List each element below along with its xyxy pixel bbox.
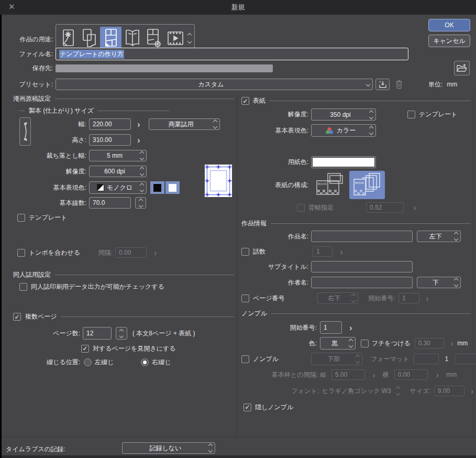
multiple-pages-section: 複数ページ (13, 312, 234, 321)
purpose-item-illustration[interactable] (57, 27, 79, 50)
width-label: 幅: (17, 120, 86, 129)
preset-dropdown[interactable]: カスタム (56, 79, 373, 90)
timelapse-dropdown[interactable]: 記録しない (122, 442, 215, 454)
author-pos-dropdown[interactable]: 下 (417, 277, 461, 288)
filename-input[interactable]: テンプレートの作り方 (56, 48, 408, 60)
facing-pages-checkbox[interactable] (81, 345, 89, 353)
cover-resolution-dropdown[interactable]: 350 dpi (311, 108, 376, 121)
cover-single-option[interactable]: BOOK (349, 171, 385, 199)
cover-color-dropdown[interactable]: カラー (311, 124, 376, 137)
page-number-checkbox[interactable] (241, 295, 249, 302)
bind-left-radio[interactable] (84, 358, 92, 366)
frame-gap-row: 基本枠との間隔: 縦 5.00 › 横 0.00 › mm (241, 369, 457, 380)
stepper-icon (140, 168, 143, 176)
purpose-item-comic-settings[interactable] (143, 27, 164, 50)
stepper-icon (396, 387, 400, 395)
work-info-title: 作品情報 (241, 219, 267, 228)
comic-settings-icon (146, 28, 162, 49)
stepper-icon (140, 184, 143, 192)
basic-color-row: 基本表現色: モノクロ (17, 181, 180, 194)
basic-lines-row: 基本線数: 70.0 (17, 197, 146, 209)
browse-folder-button[interactable] (454, 61, 470, 75)
cover-spread-option[interactable]: BOOK (313, 171, 345, 199)
nombre-color-row: 色: 黒 フチをつける 0.30 › mm (241, 337, 468, 350)
purpose-expand-stepper[interactable] (188, 34, 191, 43)
sub-color-swatch[interactable] (165, 181, 180, 194)
nombre-start-arrow[interactable]: › (349, 323, 352, 332)
height-detail-arrow[interactable]: › (137, 136, 140, 145)
height-input[interactable]: 310.00 (89, 134, 131, 146)
nombre-start-input[interactable]: 1 (320, 321, 342, 334)
purpose-item-comic[interactable] (100, 27, 121, 50)
bind-right-radio[interactable] (141, 358, 149, 366)
episode-input: 1 (313, 246, 333, 257)
spine-detail-arrow: › (413, 203, 416, 212)
subtitle-input[interactable] (311, 261, 413, 272)
tombo-checkbox[interactable] (17, 249, 25, 257)
basic-lines-stepper[interactable] (135, 197, 146, 209)
work-title-pos-dropdown[interactable]: 左下 (417, 231, 461, 242)
doujinshi-check-checkbox[interactable] (19, 283, 27, 291)
edge-arrow: › (450, 339, 453, 348)
purpose-label: 作品の用途: (7, 35, 53, 44)
nombre-checkbox[interactable] (241, 355, 249, 363)
episode-checkbox[interactable] (241, 248, 249, 256)
stepper-icon (352, 295, 355, 302)
purpose-item-animation[interactable] (164, 27, 186, 50)
book-single-icon: BOOK (351, 172, 383, 198)
cancel-button[interactable]: キャンセル (428, 35, 470, 47)
save-preset-button[interactable] (375, 79, 390, 90)
stepper-icon (370, 127, 373, 135)
cover-checkbox[interactable] (241, 97, 249, 105)
template-checkbox[interactable] (17, 214, 25, 222)
multiple-pages-checkbox[interactable] (13, 313, 21, 321)
author-label: 作者名: (241, 278, 308, 287)
ok-button[interactable]: OK (428, 19, 470, 31)
resolution-label: 解像度: (17, 167, 86, 176)
episode-row: 話数 1 › (241, 246, 343, 257)
chevron-up-icon (187, 33, 192, 37)
paper-color-swatch[interactable] (311, 156, 376, 168)
edge-checkbox[interactable] (361, 340, 369, 347)
nombre-start-label: 開始番号: (241, 323, 317, 332)
spine-width-row: 背幅指定 0.52 › (297, 202, 416, 213)
basic-color-dropdown[interactable]: モノクロ (89, 181, 147, 194)
close-icon[interactable]: ✕ (8, 2, 15, 12)
purpose-item-comic-spread[interactable] (121, 27, 143, 50)
black-swatch (153, 184, 161, 192)
bleed-dropdown[interactable]: 5 mm (89, 150, 147, 161)
dropdown-chevron-icon (367, 83, 370, 86)
main-color-swatch[interactable] (150, 181, 164, 194)
hidden-nombre-row: 隠しノンブル (243, 402, 293, 412)
basic-lines-label: 基本線数: (17, 199, 86, 208)
nombre-color-dropdown[interactable]: 黒 (320, 337, 356, 350)
basic-lines-input[interactable]: 70.0 (89, 197, 131, 209)
width-input[interactable]: 220.00 (89, 118, 131, 130)
work-info-section: 作品情報 (241, 219, 471, 228)
horizontal-gap-arrow: › (436, 370, 439, 379)
width-detail-arrow[interactable]: › (137, 120, 140, 129)
height-row: 高さ: 310.00 › (17, 134, 140, 146)
hidden-nombre-checkbox[interactable] (243, 404, 251, 411)
stepper-icon (214, 121, 217, 128)
save-to-path[interactable] (56, 64, 273, 72)
page-preview-image (205, 165, 232, 197)
delete-preset-button[interactable] (395, 80, 403, 89)
resolution-row: 解像度: 600 dpi (17, 166, 147, 177)
chevron-down-icon (187, 39, 192, 43)
font-size-label: サイズ: (410, 387, 431, 396)
author-input[interactable] (311, 277, 413, 288)
trash-icon (395, 80, 403, 89)
size-preset-dropdown[interactable]: 商業誌用 (149, 118, 220, 130)
purpose-item-webtoon[interactable] (79, 27, 100, 50)
resolution-dropdown[interactable]: 600 dpi (89, 166, 147, 177)
work-title-input[interactable] (311, 231, 413, 242)
stepper-icon (356, 355, 359, 363)
panel-divider (237, 94, 237, 437)
animation-icon (167, 28, 184, 49)
paper-color-row: 用紙色: (241, 156, 376, 168)
vertical-gap-input: 5.00 (331, 369, 365, 380)
page-count-stepper[interactable] (116, 327, 127, 340)
cover-template-checkbox[interactable] (407, 111, 415, 118)
page-count-input[interactable]: 12 (83, 327, 112, 340)
